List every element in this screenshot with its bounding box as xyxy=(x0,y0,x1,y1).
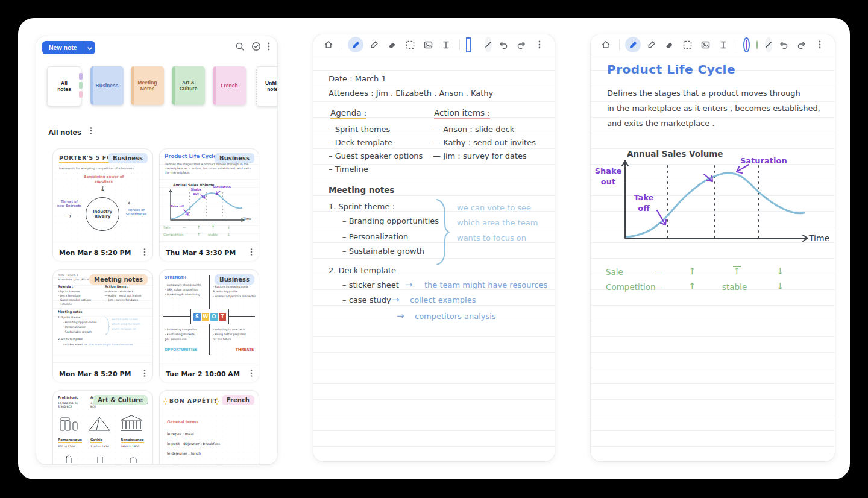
lasso-select-icon[interactable] xyxy=(402,37,418,52)
notebook-badge: Art & Culture xyxy=(93,395,148,405)
sprint-item: – Personalization xyxy=(342,232,408,241)
stroke-width-tool[interactable] xyxy=(765,37,772,52)
note-attendees-line: Attendees : Jim , Elizabeth , Anson , Ka… xyxy=(329,89,493,98)
section-more-icon[interactable] xyxy=(90,127,92,137)
redo-icon[interactable] xyxy=(794,37,810,52)
mini-cell: ↑ xyxy=(197,225,200,229)
card-date: Mon Mar 8 5:20 PM xyxy=(59,370,143,378)
stonehenge-drawing xyxy=(59,417,80,432)
card-more-icon[interactable] xyxy=(143,368,146,380)
phase-shake-out: Shake out xyxy=(591,166,626,187)
card-section-title: General terms xyxy=(167,420,198,424)
mini-line: — Anson : slide deck xyxy=(105,290,134,293)
notebook-meeting-notes[interactable]: Meeting Notes xyxy=(131,66,164,105)
more-icon[interactable] xyxy=(532,37,547,52)
chart-y-label: Annual Sales Volume xyxy=(627,149,723,159)
mini-line: Date : March 1 xyxy=(58,274,78,277)
primary-color-swatch[interactable] xyxy=(746,40,747,50)
lasso-select-icon[interactable] xyxy=(679,37,695,52)
chart-cell-peak: ↑ xyxy=(733,266,741,276)
notes-list-panel: New note All notes Business Meeting Note… xyxy=(36,36,277,464)
more-icon[interactable] xyxy=(268,42,270,54)
parthenon-drawing xyxy=(119,415,143,432)
notebook-all-notes[interactable]: All notes xyxy=(47,66,81,106)
sparkle-icon xyxy=(163,398,167,405)
new-note-label[interactable]: New note xyxy=(42,41,84,54)
deck-item: – sticker sheet xyxy=(342,280,399,289)
image-icon[interactable] xyxy=(420,37,436,52)
mini-cell: — xyxy=(183,225,186,229)
marker-icon[interactable] xyxy=(366,37,382,52)
swot-item: & reducing profits xyxy=(213,290,237,293)
note-card-meeting-notes[interactable]: Meeting notes Date : March 1 Attendees :… xyxy=(53,270,152,382)
eraser-icon[interactable] xyxy=(661,37,677,52)
stroke-width-tool[interactable] xyxy=(485,37,492,52)
app-window: New note All notes Business Meeting Note… xyxy=(18,18,850,479)
undo-icon[interactable] xyxy=(776,37,791,52)
card-date: Mon Mar 8 5:20 PM xyxy=(59,249,143,257)
card-footer: Thu Mar 4 3:30 PM xyxy=(160,244,259,261)
chart-cell: ↓ xyxy=(776,266,784,277)
pen-icon[interactable] xyxy=(348,37,363,52)
pen-icon[interactable] xyxy=(625,37,641,52)
secondary-color-swatch[interactable] xyxy=(756,40,758,49)
diagram-label-center: Industry Rivalry xyxy=(90,209,115,219)
notebook-spine xyxy=(213,66,216,105)
note-card-product-life-cycle[interactable]: Business Product Life Cycle Defines the … xyxy=(160,149,259,260)
undo-icon[interactable] xyxy=(495,37,511,52)
deck-note: competitors analysis xyxy=(415,312,496,321)
swot-strength-title: STRENGTH xyxy=(165,275,186,279)
more-icon[interactable] xyxy=(812,37,828,52)
mini-chart-x-label: Time xyxy=(243,217,251,221)
arrow-right-icon: → xyxy=(397,310,404,321)
eraser-icon[interactable] xyxy=(384,37,400,52)
note-card-art-history[interactable]: Art & Culture Prehistoric 11,000 BCE to … xyxy=(53,391,152,464)
mini-phase-take-off: Take off xyxy=(169,204,185,209)
note-canvas[interactable]: Date : March 1 Attendees : Jim , Elizabe… xyxy=(313,55,555,461)
mini-action-title: Action items : xyxy=(105,285,128,289)
swot-threats-title: THREATS xyxy=(236,347,254,351)
agenda-item: – Guest speaker options xyxy=(329,151,423,160)
note-card-bon-appetit[interactable]: French BON APPÉTIT General terms le repa… xyxy=(160,391,259,464)
card-date: Thu Mar 4 3:30 PM xyxy=(166,249,250,257)
mini-line: — Kathy : send out invites xyxy=(105,294,141,297)
mini-phase-shake-out: Shake out xyxy=(187,188,204,196)
notebook-label: Meeting Notes xyxy=(136,80,160,92)
mini-annotation: we can vote to see xyxy=(112,318,138,321)
search-icon[interactable] xyxy=(235,42,245,54)
notebook-unfiled[interactable]: Unfiled notes xyxy=(256,66,277,106)
term-line: le petit - déjeuner : breakfast xyxy=(167,441,220,446)
mini-cell: stable xyxy=(208,233,218,236)
text-icon[interactable] xyxy=(438,37,454,52)
notebook-business[interactable]: Business xyxy=(90,66,124,105)
card-body: Defines the stages that a product moves … xyxy=(165,162,255,174)
home-icon[interactable] xyxy=(598,37,614,52)
new-note-button[interactable]: New note xyxy=(42,41,95,54)
marker-icon[interactable] xyxy=(643,37,659,52)
action-item: — Anson : slide deck xyxy=(433,125,514,134)
tab-decoration xyxy=(79,73,83,80)
new-note-dropdown[interactable] xyxy=(84,41,95,54)
redo-icon[interactable] xyxy=(514,37,529,52)
swot-item: – Fluctuating markets, xyxy=(165,333,195,336)
annotation-line: we can vote to see xyxy=(457,203,531,212)
sprint-title: 1. Sprint theme : xyxy=(329,202,395,211)
home-icon[interactable] xyxy=(321,37,336,52)
chart-cell: — xyxy=(655,267,663,277)
card-more-icon[interactable] xyxy=(250,247,253,259)
mini-line: – Personalization xyxy=(63,326,86,329)
note-body-line: and exits the marketplace . xyxy=(607,119,715,128)
select-notes-icon[interactable] xyxy=(251,42,261,54)
image-icon[interactable] xyxy=(697,37,713,52)
card-more-icon[interactable] xyxy=(143,247,146,259)
mini-line: — Jim : survey for dates xyxy=(105,298,138,301)
notebook-art-culture[interactable]: Art & Culture xyxy=(172,66,205,105)
note-canvas[interactable]: Product Life Cycle Defines the stages th… xyxy=(591,55,835,461)
note-card-porters[interactable]: Business PORTER'S 5 FORCES framework for… xyxy=(53,149,152,260)
text-icon[interactable] xyxy=(715,37,731,52)
mini-cell: — xyxy=(183,233,186,236)
notebook-french[interactable]: French xyxy=(213,66,246,105)
note-card-swot[interactable]: Business STRENGTH – company's strong poi… xyxy=(160,270,259,382)
arrow-right-icon: → xyxy=(392,294,400,305)
card-more-icon[interactable] xyxy=(250,368,253,380)
